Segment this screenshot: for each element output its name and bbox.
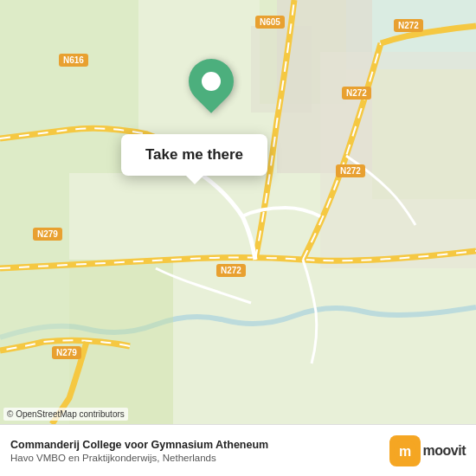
footer-bar: Commanderij College voor Gymnasium Athen… (0, 424, 476, 476)
take-me-there-button[interactable]: Take me there (121, 134, 267, 176)
moovit-logo: m moovit (389, 435, 466, 466)
map-pin (189, 59, 234, 104)
svg-rect-1 (0, 0, 138, 173)
map-container: N616 N605 N272 N272 N272 N272 N279 N279 … (0, 0, 476, 424)
svg-text:m: m (398, 444, 410, 459)
footer-title: Commanderij College voor Gymnasium Athen… (10, 438, 381, 452)
footer-text-block: Commanderij College voor Gymnasium Athen… (10, 438, 381, 462)
pin-outer (179, 49, 243, 113)
moovit-icon: m (389, 435, 421, 466)
road-label-n279-left: N279 (33, 228, 62, 241)
road-label-n616: N616 (59, 54, 88, 67)
osm-attribution: © OpenStreetMap contributors (3, 408, 128, 421)
footer-subtitle: Havo VMBO en Praktijkonderwijs, Netherla… (10, 453, 381, 463)
road-label-n272-right-mid: N272 (336, 164, 365, 177)
svg-rect-2 (0, 173, 69, 424)
road-label-n272-right-upper: N272 (342, 87, 371, 100)
road-label-n272-bottom: N272 (216, 264, 246, 277)
road-label-n605: N605 (255, 16, 285, 29)
road-label-n272-top: N272 (394, 19, 423, 32)
pin-inner (202, 72, 221, 91)
moovit-svg-icon: m (393, 439, 417, 463)
moovit-brand-name: moovit (423, 443, 466, 459)
road-label-n279-bottom: N279 (52, 346, 81, 359)
